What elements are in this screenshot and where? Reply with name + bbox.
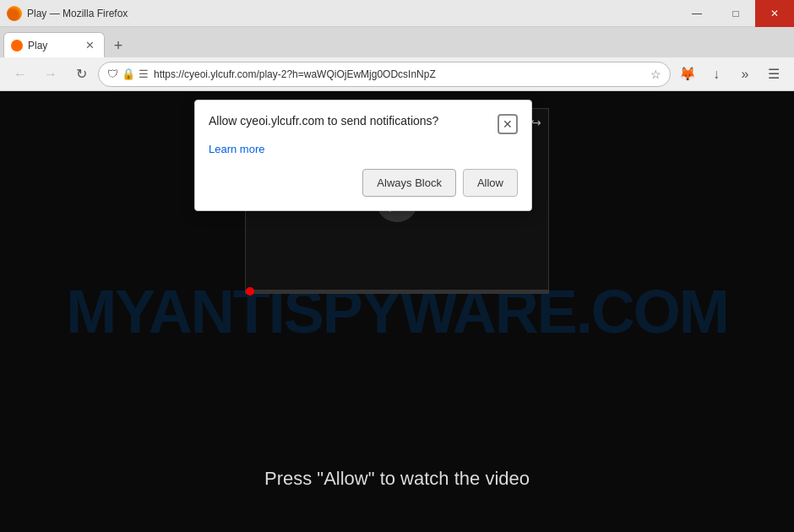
url-text: https://cyeoi.ylcufr.com/play-2?h=waWQiO… — [154, 68, 645, 80]
popup-close-button[interactable]: ✕ — [498, 114, 518, 134]
firefox-logo-icon — [7, 6, 22, 21]
menu-button[interactable]: ☰ — [760, 61, 787, 88]
video-progress-fill — [246, 290, 249, 293]
minimize-button[interactable]: — — [677, 0, 716, 27]
title-bar-left: Play — Mozilla Firefox — [7, 6, 128, 21]
tab-label: Play — [28, 40, 77, 52]
downloads-button[interactable]: ↓ — [703, 61, 730, 88]
popup-header: Allow cyeoi.ylcufr.com to send notificat… — [209, 114, 518, 134]
press-allow-text: Press "Allow" to watch the video — [264, 468, 530, 490]
title-bar: Play — Mozilla Firefox — □ ✕ — [0, 0, 794, 27]
address-bar[interactable]: 🛡 🔒 ☰ https://cyeoi.ylcufr.com/play-2?h=… — [98, 62, 671, 87]
allow-button[interactable]: Allow — [463, 169, 518, 197]
address-bar-icons: 🛡 🔒 ☰ — [107, 68, 149, 80]
lock-icon: 🔒 — [122, 68, 135, 80]
shield-icon: 🛡 — [107, 68, 118, 80]
reader-icon: ☰ — [139, 68, 149, 80]
browser-content: MYANTISPYWARE.COM ∨ ☰+ ↪ Press "Allow" t… — [0, 91, 794, 532]
nav-bar: ← → ↻ 🛡 🔒 ☰ https://cyeoi.ylcufr.com/pla… — [0, 57, 794, 91]
nav-right-buttons: 🦊 ↓ » ☰ — [674, 61, 787, 88]
more-tools-button[interactable]: » — [731, 61, 759, 88]
forward-button[interactable]: → — [37, 61, 64, 88]
maximize-button[interactable]: □ — [716, 0, 755, 27]
video-progress-bar[interactable] — [246, 290, 548, 293]
pocket-button[interactable]: 🦊 — [674, 61, 701, 88]
refresh-button[interactable]: ↻ — [68, 61, 95, 88]
popup-title: Allow cyeoi.ylcufr.com to send notificat… — [209, 114, 498, 128]
popup-learn-more-link[interactable]: Learn more — [209, 143, 264, 155]
bookmark-star-icon[interactable]: ☆ — [650, 68, 661, 81]
always-block-button[interactable]: Always Block — [362, 169, 456, 197]
window-controls: — □ ✕ — [677, 0, 794, 27]
tab-bar: Play ✕ + — [0, 27, 794, 57]
window-title: Play — Mozilla Firefox — [27, 8, 128, 19]
close-button[interactable]: ✕ — [755, 0, 794, 27]
active-tab[interactable]: Play ✕ — [3, 32, 105, 57]
popup-buttons: Always Block Allow — [209, 169, 518, 197]
back-button[interactable]: ← — [7, 61, 34, 88]
notification-popup: Allow cyeoi.ylcufr.com to send notificat… — [194, 100, 532, 211]
video-progress-dot — [246, 287, 254, 296]
tab-favicon-icon — [11, 40, 23, 52]
tab-close-button[interactable]: ✕ — [82, 38, 97, 53]
share-icon[interactable]: ↪ — [531, 116, 541, 129]
new-tab-button[interactable]: + — [106, 34, 130, 57]
